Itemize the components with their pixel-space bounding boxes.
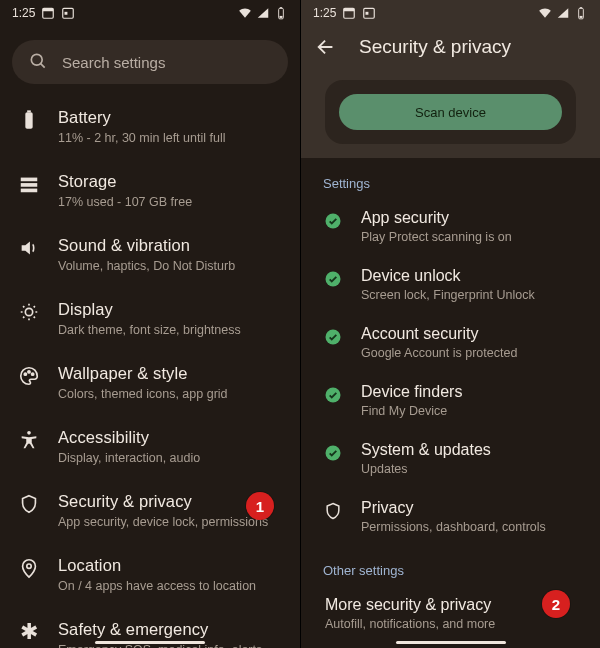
svg-rect-26: [580, 16, 583, 18]
row-subtitle: Colors, themed icons, app grid: [58, 386, 282, 402]
row-title: Privacy: [361, 497, 546, 518]
today-icon: [41, 6, 55, 20]
row-system-updates[interactable]: System & updates Updates: [301, 429, 600, 487]
gesture-navbar[interactable]: [396, 641, 506, 645]
row-more-security[interactable]: More security & privacy Autofill, notifi…: [301, 584, 600, 642]
row-title: System & updates: [361, 439, 491, 460]
row-title: Accessibility: [58, 426, 282, 448]
row-subtitle: Updates: [361, 461, 491, 477]
page-title: Security & privacy: [359, 36, 511, 58]
display-icon: [18, 301, 40, 323]
palette-icon: [18, 365, 40, 387]
row-storage[interactable]: Storage 17% used - 107 GB free: [0, 158, 300, 222]
svg-rect-11: [21, 178, 38, 182]
row-battery[interactable]: Battery 11% - 2 hr, 30 min left until fu…: [0, 94, 300, 158]
svg-rect-10: [27, 110, 31, 112]
svg-point-17: [32, 373, 34, 375]
accessibility-icon: [18, 429, 40, 451]
svg-rect-22: [364, 8, 375, 18]
row-accessibility[interactable]: Accessibility Display, interaction, audi…: [0, 414, 300, 478]
svg-rect-6: [280, 16, 283, 18]
row-subtitle: App security, device lock, permissions: [58, 514, 282, 530]
row-subtitle: 11% - 2 hr, 30 min left until full: [58, 130, 282, 146]
scan-device-button[interactable]: Scan device: [339, 94, 562, 130]
signal-icon: [256, 6, 270, 20]
storage-icon: [18, 173, 40, 195]
row-security[interactable]: Security & privacy App security, device …: [0, 478, 300, 542]
svg-rect-1: [43, 8, 54, 11]
row-title: Safety & emergency: [58, 618, 282, 640]
shield-icon: [18, 493, 40, 515]
row-title: Account security: [361, 323, 517, 344]
today-icon: [342, 6, 356, 20]
svg-rect-25: [580, 7, 582, 8]
sound-icon: [18, 237, 40, 259]
screen-header: 1:25: [301, 0, 600, 158]
gesture-navbar[interactable]: [95, 641, 205, 645]
row-subtitle: Screen lock, Fingerprint Unlock: [361, 287, 535, 303]
svg-rect-5: [280, 7, 282, 8]
wifi-icon: [538, 6, 552, 20]
section-header-other: Other settings: [301, 545, 600, 584]
row-title: Device unlock: [361, 265, 535, 286]
search-placeholder: Search settings: [62, 54, 165, 71]
row-device-finders[interactable]: Device finders Find My Device: [301, 371, 600, 429]
annotation-badge-1: 1: [246, 492, 274, 520]
scan-card: Scan device: [325, 80, 576, 144]
row-title: More security & privacy: [325, 594, 495, 615]
svg-point-18: [27, 431, 31, 435]
row-app-security[interactable]: App security Play Protect scanning is on: [301, 197, 600, 255]
battery-icon: [18, 109, 40, 131]
shield-icon: [323, 501, 343, 521]
check-ok-icon: [323, 211, 343, 231]
battery-icon: [574, 6, 588, 20]
row-title: Device finders: [361, 381, 462, 402]
row-device-unlock[interactable]: Device unlock Screen lock, Fingerprint U…: [301, 255, 600, 313]
row-display[interactable]: Display Dark theme, font size, brightnes…: [0, 286, 300, 350]
settings-screen: 1:25 Search settings: [0, 0, 300, 648]
row-subtitle: 17% used - 107 GB free: [58, 194, 282, 210]
calendar-icon: [61, 6, 75, 20]
row-title: Battery: [58, 106, 282, 128]
section-header-settings: Settings: [301, 158, 600, 197]
location-icon: [18, 557, 40, 579]
search-settings-input[interactable]: Search settings: [12, 40, 288, 84]
row-title: Location: [58, 554, 282, 576]
check-ok-icon: [323, 327, 343, 347]
row-location[interactable]: Location On / 4 apps have access to loca…: [0, 542, 300, 606]
row-title: App security: [361, 207, 512, 228]
row-title: Display: [58, 298, 282, 320]
svg-rect-23: [366, 12, 369, 15]
svg-point-19: [27, 564, 31, 568]
svg-rect-21: [344, 8, 355, 11]
svg-point-15: [24, 373, 26, 375]
row-subtitle: On / 4 apps have access to location: [58, 578, 282, 594]
wifi-icon: [238, 6, 252, 20]
row-subtitle: Play Protect scanning is on: [361, 229, 512, 245]
row-subtitle: Display, interaction, audio: [58, 450, 282, 466]
status-time: 1:25: [313, 6, 336, 20]
emergency-icon: ✱: [18, 621, 40, 643]
row-subtitle: Permissions, dashboard, controls: [361, 519, 546, 535]
back-button[interactable]: [315, 36, 337, 58]
svg-point-16: [28, 371, 30, 373]
row-sound[interactable]: Sound & vibration Volume, haptics, Do No…: [0, 222, 300, 286]
status-time: 1:25: [12, 6, 35, 20]
row-privacy[interactable]: Privacy Permissions, dashboard, controls: [301, 487, 600, 545]
svg-rect-13: [21, 189, 38, 193]
row-title: Wallpaper & style: [58, 362, 282, 384]
calendar-icon: [362, 6, 376, 20]
status-bar: 1:25: [301, 0, 600, 26]
battery-icon: [274, 6, 288, 20]
row-subtitle: Google Account is protected: [361, 345, 517, 361]
svg-rect-9: [25, 112, 32, 128]
svg-point-7: [31, 54, 42, 65]
settings-list: Battery 11% - 2 hr, 30 min left until fu…: [0, 92, 300, 648]
row-title: Storage: [58, 170, 282, 192]
security-privacy-screen: 1:25: [300, 0, 600, 648]
check-ok-icon: [323, 269, 343, 289]
row-wallpaper[interactable]: Wallpaper & style Colors, themed icons, …: [0, 350, 300, 414]
row-account-security[interactable]: Account security Google Account is prote…: [301, 313, 600, 371]
row-subtitle: Dark theme, font size, brightness: [58, 322, 282, 338]
svg-rect-3: [65, 12, 68, 15]
